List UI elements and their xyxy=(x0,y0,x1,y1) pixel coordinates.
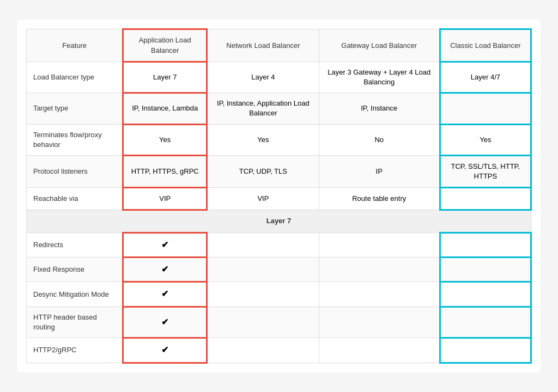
table-row: Reachable viaVIPVIPRoute table entry xyxy=(27,188,531,210)
value-cell: IP, Instance, Lambda xyxy=(123,93,207,124)
feature-cell: Desync Mitigation Mode xyxy=(27,282,123,307)
value-cell: TCP, UDP, TLS xyxy=(207,155,319,187)
value-cell: Yes xyxy=(207,124,319,155)
value-cell xyxy=(319,282,440,307)
value-cell: ✔ xyxy=(123,258,207,282)
table-row: HTTP header based routing✔ xyxy=(27,307,531,338)
table-row: Desync Mitigation Mode✔ xyxy=(27,282,531,307)
value-cell xyxy=(319,258,440,282)
value-cell: Layer 4 xyxy=(207,62,319,93)
value-cell: ✔ xyxy=(123,307,207,338)
value-cell: ✔ xyxy=(123,338,207,363)
value-cell: VIP xyxy=(207,188,319,210)
feature-cell: Target type xyxy=(27,93,123,124)
value-cell xyxy=(207,307,319,338)
value-cell: VIP xyxy=(123,188,207,210)
value-cell xyxy=(440,282,531,307)
feature-cell: Protocol listeners xyxy=(27,155,123,187)
col-clb-header: Classic Load Balancer xyxy=(440,29,531,62)
value-cell: IP, Instance, Application Load Balancer xyxy=(207,93,319,124)
value-cell: ✔ xyxy=(123,282,207,307)
value-cell xyxy=(319,232,440,257)
value-cell xyxy=(440,338,531,363)
value-cell: Layer 3 Gateway + Layer 4 Load Balancing xyxy=(319,62,440,93)
value-cell: Yes xyxy=(123,124,207,155)
table-row: Terminates flow/proxy behaviorYesYesNoYe… xyxy=(27,124,531,155)
value-cell: IP, Instance xyxy=(319,93,440,124)
value-cell xyxy=(207,232,319,257)
value-cell: Layer 4/7 xyxy=(440,62,531,93)
value-cell xyxy=(440,232,531,257)
feature-cell: Redirects xyxy=(27,232,123,257)
value-cell: HTTP, HTTPS, gRPC xyxy=(123,155,207,187)
col-glb-header: Gateway Load Balancer xyxy=(319,29,440,62)
value-cell: ✔ xyxy=(123,232,207,257)
col-feature-header: Feature xyxy=(27,29,123,62)
value-cell xyxy=(319,307,440,338)
col-alb-header: Application Load Balancer xyxy=(123,29,207,62)
feature-cell: Terminates flow/proxy behavior xyxy=(27,124,123,155)
section-header-row: Layer 7 xyxy=(27,210,531,232)
feature-cell: HTTP header based routing xyxy=(27,307,123,338)
value-cell: Yes xyxy=(440,124,531,155)
section-header-cell: Layer 7 xyxy=(27,210,531,232)
comparison-table: Feature Application Load Balancer Networ… xyxy=(26,28,532,363)
value-cell xyxy=(440,307,531,338)
value-cell: Layer 7 xyxy=(123,62,207,93)
value-cell xyxy=(207,282,319,307)
value-cell: TCP, SSL/TLS, HTTP, HTTPS xyxy=(440,155,531,187)
table-row: Protocol listenersHTTP, HTTPS, gRPCTCP, … xyxy=(27,155,531,187)
value-cell: No xyxy=(319,124,440,155)
value-cell xyxy=(440,188,531,210)
feature-cell: HTTP2/gRPC xyxy=(27,338,123,363)
feature-cell: Load Balancer type xyxy=(27,62,123,93)
table-row: Redirects✔ xyxy=(27,232,531,257)
table-row: Load Balancer typeLayer 7Layer 4Layer 3 … xyxy=(27,62,531,93)
value-cell: IP xyxy=(319,155,440,187)
value-cell xyxy=(440,93,531,124)
col-nlb-header: Network Load Balancer xyxy=(207,29,319,62)
feature-cell: Reachable via xyxy=(27,188,123,210)
value-cell xyxy=(440,258,531,282)
value-cell xyxy=(207,338,319,363)
table-wrapper: Feature Application Load Balancer Networ… xyxy=(17,20,541,372)
value-cell xyxy=(207,258,319,282)
table-row: Target typeIP, Instance, LambdaIP, Insta… xyxy=(27,93,531,124)
feature-cell: Fixed Response xyxy=(27,258,123,282)
table-row: HTTP2/gRPC✔ xyxy=(27,338,531,363)
table-row: Fixed Response✔ xyxy=(27,258,531,282)
value-cell: Route table entry xyxy=(319,188,440,210)
value-cell xyxy=(319,338,440,363)
